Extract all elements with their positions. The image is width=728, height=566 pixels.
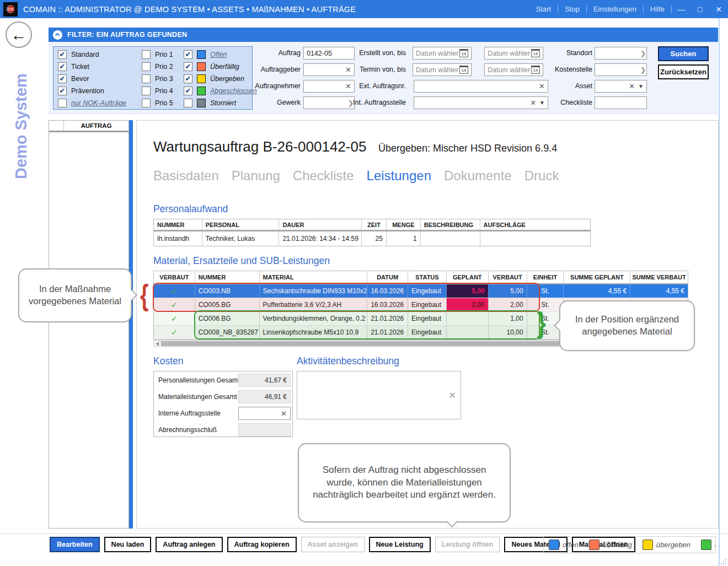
filter-prio-1[interactable]: Prio 1 bbox=[142, 48, 173, 61]
tab-dokumente[interactable]: Dokumente bbox=[444, 168, 512, 184]
filter-status-abgeschlossen[interactable]: ✔ Abgeschlossen bbox=[184, 85, 257, 97]
column-header[interactable]: VERBAUT bbox=[154, 271, 195, 283]
tab-basisdaten[interactable]: Basisdaten bbox=[153, 168, 219, 184]
menu-einstellungen[interactable]: Einstellungen bbox=[587, 5, 643, 13]
filter-type-ticket[interactable]: ✔ Ticket bbox=[58, 61, 126, 73]
filter-status-offen[interactable]: ✔ Offen bbox=[184, 48, 257, 61]
column-header[interactable]: SUMME VERBAUT bbox=[630, 271, 688, 283]
standort-input[interactable]: ❯ bbox=[595, 47, 647, 60]
menu-start[interactable]: Start bbox=[529, 5, 558, 13]
checkbox[interactable] bbox=[184, 99, 192, 107]
column-header[interactable]: DAUER bbox=[279, 219, 362, 230]
scroll-left-arrow-icon[interactable] bbox=[156, 342, 159, 346]
filter-type-nok[interactable]: nur NOK-Aufträge bbox=[58, 97, 126, 109]
filter-status-uebergeben[interactable]: ✔ Übergeben bbox=[184, 73, 257, 85]
checkbox[interactable]: ✔ bbox=[58, 87, 67, 95]
column-header[interactable]: PERSONAL bbox=[202, 219, 280, 230]
checkbox[interactable]: ✔ bbox=[184, 87, 192, 95]
filter-type-praevention[interactable]: ✔ Prävention bbox=[58, 85, 126, 97]
scrollbar-thumb[interactable] bbox=[161, 341, 613, 346]
filter-status-storniert[interactable]: Storniert bbox=[184, 97, 257, 109]
checkbox[interactable]: ✔ bbox=[58, 62, 67, 71]
gewerk-input[interactable]: ❯ bbox=[303, 96, 355, 109]
bearbeiten-button[interactable]: Bearbeiten bbox=[50, 537, 100, 552]
filter-type-standard[interactable]: ✔ Standard bbox=[58, 48, 126, 61]
tab-checkliste[interactable]: Checkliste bbox=[293, 168, 354, 184]
clear-icon[interactable]: ✕ bbox=[539, 83, 545, 90]
checkliste-input[interactable] bbox=[595, 96, 647, 109]
checkbox[interactable]: ✔ bbox=[184, 74, 192, 83]
checkbox[interactable] bbox=[142, 74, 151, 83]
checkbox[interactable] bbox=[58, 99, 67, 107]
column-header[interactable]: VERBAUT bbox=[489, 271, 527, 283]
maximize-button[interactable]: □ bbox=[690, 0, 709, 18]
auftrag-input[interactable]: 0142-05 bbox=[303, 47, 355, 60]
menu-stop[interactable]: Stop bbox=[558, 5, 586, 13]
chevron-icon[interactable]: ❯ bbox=[640, 66, 646, 74]
calendar-icon[interactable]: 14 bbox=[531, 49, 540, 57]
filter-header[interactable]: FILTER: EIN AUFTRAG GEFUNDEN bbox=[49, 28, 718, 42]
column-header[interactable]: BESCHREIBUNG bbox=[421, 219, 480, 230]
asset-input[interactable]: ✕▼ bbox=[595, 80, 647, 93]
calendar-icon[interactable]: 14 bbox=[459, 66, 468, 74]
checkbox[interactable]: ✔ bbox=[184, 62, 192, 71]
clear-icon[interactable]: ✕ bbox=[281, 410, 287, 417]
auftrag-anlegen-button[interactable]: Auftrag anlegen bbox=[156, 537, 222, 552]
calendar-icon[interactable]: 14 bbox=[459, 49, 468, 57]
termin-bis-datepicker[interactable]: Datum wähler 14 bbox=[484, 63, 543, 76]
filter-prio-2[interactable]: Prio 2 bbox=[142, 61, 173, 73]
checkbox[interactable] bbox=[142, 87, 151, 95]
column-header[interactable]: ZEIT bbox=[362, 219, 387, 230]
column-header[interactable]: MENGE bbox=[387, 219, 421, 230]
ext-auftragsnr-input[interactable]: ✕ bbox=[414, 80, 548, 93]
kostenstelle-input[interactable]: ❯ bbox=[595, 63, 647, 76]
erstellt-von-datepicker[interactable]: Datum wähler 14 bbox=[413, 47, 472, 60]
clear-icon[interactable]: ✕ bbox=[530, 99, 536, 106]
auftraggeber-input[interactable]: ✕ bbox=[303, 63, 355, 76]
int-auftragsstelle-input[interactable]: ✕▼ bbox=[414, 96, 548, 109]
checkbox[interactable]: ✔ bbox=[58, 74, 67, 83]
column-header[interactable]: NUMMER bbox=[154, 219, 202, 230]
checkbox[interactable]: ✔ bbox=[184, 50, 192, 59]
tab-leistungen[interactable]: Leistungen bbox=[367, 168, 431, 184]
column-header[interactable]: DATUM bbox=[367, 271, 408, 283]
clear-icon[interactable]: ✕ bbox=[345, 66, 351, 73]
interne-auftragsstelle-field[interactable]: ✕ bbox=[238, 407, 291, 420]
neue-leistung-button[interactable]: Neue Leistung bbox=[369, 537, 431, 552]
auftrag-kopieren-button[interactable]: Auftrag kopieren bbox=[227, 537, 297, 552]
collapse-icon[interactable] bbox=[53, 30, 62, 40]
column-header[interactable]: NUMMER bbox=[195, 271, 260, 283]
clear-icon[interactable]: ✕ bbox=[449, 391, 456, 400]
filter-status-ueberfaellig[interactable]: ✔ Überfällig bbox=[184, 61, 257, 73]
clear-icon[interactable]: ✕ bbox=[345, 83, 351, 90]
table-row[interactable]: ih.instandh Techniker, Lukas 21.01.2026:… bbox=[154, 231, 590, 246]
column-header[interactable]: STATUS bbox=[408, 271, 447, 283]
tab-planung[interactable]: Planung bbox=[232, 168, 280, 184]
minimize-button[interactable]: — bbox=[672, 0, 690, 18]
column-header[interactable]: AUFSCHLÄGE bbox=[480, 219, 590, 230]
column-header[interactable]: SUMME GEPLANT bbox=[564, 271, 630, 283]
aktivitaeten-textarea[interactable]: ✕ bbox=[297, 371, 461, 419]
table-row-selected[interactable]: ✓ CO003.NB Sechskantschraube DIN933 M10x… bbox=[154, 284, 688, 298]
filter-prio-3[interactable]: Prio 3 bbox=[142, 73, 173, 85]
panel-divider-scrollbar[interactable] bbox=[129, 120, 133, 529]
suchen-button[interactable]: Suchen bbox=[658, 46, 709, 61]
checkbox[interactable] bbox=[142, 99, 151, 107]
neu-laden-button[interactable]: Neu laden bbox=[104, 537, 152, 552]
calendar-icon[interactable]: 14 bbox=[531, 66, 540, 74]
dropdown-arrow-icon[interactable]: ▼ bbox=[539, 100, 545, 106]
resize-grip[interactable] bbox=[720, 558, 726, 564]
erstellt-bis-datepicker[interactable]: Datum wähler 14 bbox=[484, 47, 543, 60]
back-button[interactable]: ← bbox=[6, 21, 32, 48]
filter-prio-5[interactable]: Prio 5 bbox=[142, 97, 173, 109]
checkbox[interactable]: ✔ bbox=[58, 50, 67, 59]
checkbox[interactable] bbox=[142, 50, 151, 59]
column-header[interactable]: EINHEIT bbox=[527, 271, 564, 283]
filter-prio-4[interactable]: Prio 4 bbox=[142, 85, 173, 97]
clear-icon[interactable]: ✕ bbox=[629, 83, 635, 90]
dropdown-arrow-icon[interactable]: ▼ bbox=[638, 83, 644, 89]
filter-type-bevor[interactable]: ✔ Bevor bbox=[58, 73, 126, 85]
zuruecksetzen-button[interactable]: Zurücksetzen bbox=[658, 64, 709, 79]
auftragnehmer-input[interactable]: ✕ bbox=[303, 80, 355, 93]
menu-hilfe[interactable]: Hilfe bbox=[644, 5, 671, 13]
